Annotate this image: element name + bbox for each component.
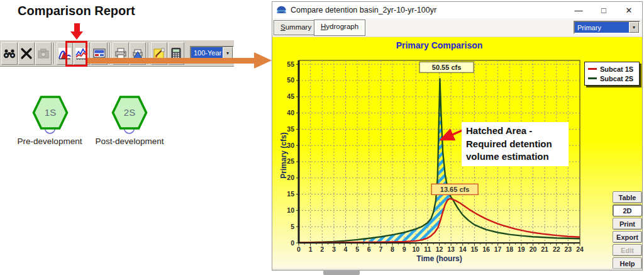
chart-panel: 0123456789101112131415161718192021222324… — [272, 37, 642, 269]
tab-bar: Summary Hydrograph Primary ▼ — [272, 18, 642, 37]
svg-text:7: 7 — [379, 245, 382, 253]
node-label-post: Post-development — [88, 137, 171, 146]
node-label-pre: Pre-development — [5, 137, 94, 146]
svg-text:13.65 cfs: 13.65 cfs — [440, 186, 469, 193]
svg-text:4: 4 — [344, 245, 348, 253]
toolbar-button-area-chart[interactable] — [57, 42, 73, 65]
delete-x-icon — [19, 47, 33, 60]
legend-line-swatch — [588, 77, 597, 79]
svg-text:19: 19 — [518, 245, 525, 253]
svg-text:21: 21 — [541, 245, 548, 253]
node-post-development[interactable]: 2S — [111, 95, 148, 138]
svg-text:14: 14 — [459, 245, 467, 253]
print-button[interactable]: Print — [613, 218, 642, 230]
area-chart-icon — [58, 47, 72, 60]
close-button[interactable]: ✕ — [621, 6, 637, 15]
legend-item: Subcat 2S — [588, 74, 636, 83]
legend-label: Subcat 1S — [600, 65, 633, 73]
svg-text:23: 23 — [565, 245, 572, 253]
svg-text:22: 22 — [553, 245, 560, 253]
window-title: Compare detention basin_2yr-10-yr-100yr — [291, 6, 562, 14]
svg-text:12: 12 — [436, 245, 443, 253]
svg-text:16: 16 — [482, 245, 490, 253]
svg-text:0: 0 — [297, 245, 301, 253]
svg-text:9: 9 — [402, 245, 406, 253]
legend: Subcat 1S Subcat 2S — [584, 62, 640, 86]
svg-text:5: 5 — [355, 245, 359, 253]
svg-text:18: 18 — [506, 245, 513, 253]
svg-text:45: 45 — [287, 93, 294, 100]
2d-button[interactable]: 2D — [613, 205, 642, 216]
flow-arrow-bar — [87, 58, 255, 64]
toolbar-button-find[interactable] — [1, 42, 18, 65]
minimize-button[interactable]: — — [570, 6, 587, 15]
svg-text:15: 15 — [471, 245, 479, 253]
view-dropdown[interactable]: Primary ▼ — [574, 21, 640, 34]
peak-callout: 50.55 cfs — [419, 62, 474, 72]
flow-arrow-tip — [254, 52, 272, 69]
toolbar-button-delete[interactable] — [18, 42, 35, 65]
app-icon — [276, 5, 287, 15]
y-axis-title: Primary (cfs) — [279, 111, 289, 199]
svg-text:0: 0 — [291, 239, 294, 247]
svg-text:2: 2 — [320, 245, 324, 253]
export-button[interactable]: Export — [613, 231, 642, 243]
svg-text:10: 10 — [412, 245, 419, 253]
node-id: 1S — [45, 107, 56, 118]
svg-text:50.55 cfs: 50.55 cfs — [432, 64, 461, 71]
page-title: Comparison Report — [18, 4, 135, 18]
tab-label: ummary — [286, 23, 312, 31]
svg-text:13: 13 — [447, 245, 455, 253]
peak-callout: 13.65 cfs — [431, 184, 478, 194]
legend-label: Subcat 2S — [600, 75, 633, 82]
background-fragment — [323, 270, 360, 275]
x-axis-title: Time (hours) — [299, 254, 580, 263]
svg-text:17: 17 — [494, 245, 502, 253]
edit-button: Edit — [613, 244, 642, 256]
svg-text:3: 3 — [332, 245, 336, 253]
svg-text:6: 6 — [367, 245, 371, 253]
tab-label: ydrograph — [326, 23, 358, 30]
screenshot-root: Comparison Report — [0, 0, 644, 275]
svg-text:24: 24 — [576, 245, 584, 253]
help-button[interactable]: Help — [613, 257, 642, 269]
svg-text:11: 11 — [424, 245, 431, 253]
tab-summary[interactable]: Summary — [274, 20, 318, 35]
compare-window: Compare detention basin_2yr-10-yr-100yr … — [272, 1, 643, 271]
tab-hydrograph[interactable]: Hydrograph — [314, 20, 365, 36]
svg-text:5: 5 — [291, 223, 294, 230]
node-pre-development[interactable]: 1S — [32, 95, 69, 138]
chevron-down-icon[interactable]: ▼ — [629, 22, 639, 33]
annotation: Hatched Area - Required detention volume… — [462, 122, 569, 166]
legend-item: Subcat 1S — [588, 64, 636, 74]
svg-text:20: 20 — [530, 245, 537, 253]
chart-title: Primary Comparison — [299, 40, 580, 50]
side-buttons: Table 2D Print Export Edit Help — [613, 191, 642, 269]
arrow-stem — [74, 23, 80, 32]
svg-text:8: 8 — [391, 245, 394, 253]
toolbar-button-snapshot[interactable] — [35, 42, 52, 65]
svg-text:1: 1 — [309, 245, 313, 253]
svg-text:55: 55 — [287, 60, 294, 68]
legend-line-swatch — [588, 68, 597, 70]
arrow-head — [70, 31, 83, 40]
svg-text:50: 50 — [287, 76, 294, 84]
binoculars-icon — [3, 47, 16, 60]
tab-accel: S — [280, 23, 286, 31]
node-id: 2S — [124, 107, 135, 118]
view-dropdown-value: Primary — [575, 22, 629, 33]
toolbar-separator — [53, 43, 55, 64]
svg-text:10: 10 — [287, 206, 294, 214]
pointer-arrow-icon — [70, 23, 84, 40]
titlebar[interactable]: Compare detention basin_2yr-10-yr-100yr … — [272, 2, 642, 18]
table-button[interactable]: Table — [613, 191, 642, 203]
snapshot-disabled-icon — [36, 47, 50, 60]
maximize-button[interactable]: □ — [596, 6, 612, 15]
